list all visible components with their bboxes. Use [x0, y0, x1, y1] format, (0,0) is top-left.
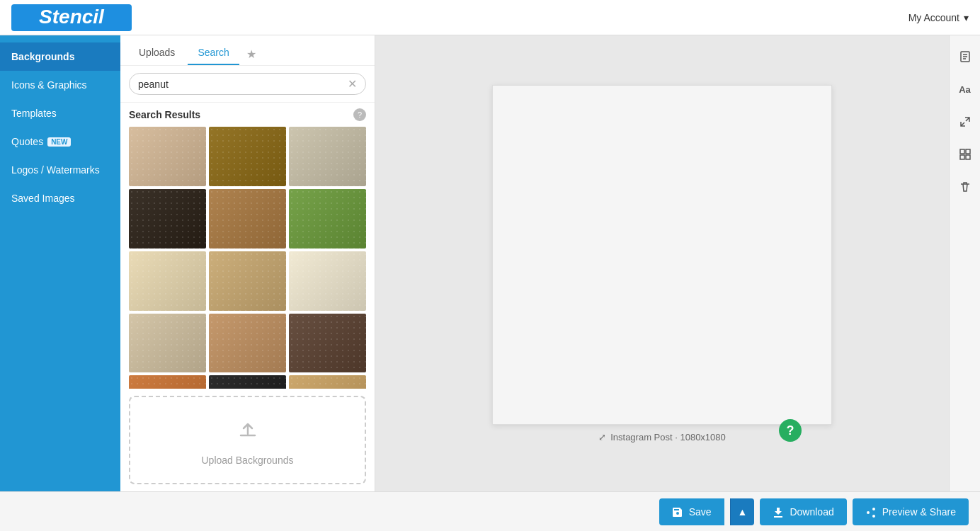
canvas-expand-icon: ⤢ [598, 432, 606, 442]
sidebar-item-label: Saved Images [11, 193, 75, 204]
grid-image[interactable] [129, 314, 206, 373]
upload-label: Upload Backgrounds [147, 455, 348, 466]
results-help-icon[interactable]: ? [353, 108, 366, 121]
star-icon[interactable]: ★ [246, 47, 256, 61]
sidebar-item-label: Templates [11, 108, 57, 119]
panel-tabs: UploadsSearch ★ [120, 35, 375, 66]
search-input[interactable] [138, 79, 348, 90]
text-icon[interactable]: Aa [955, 79, 975, 99]
grid-image[interactable] [289, 127, 366, 186]
sidebar-item-label: Backgrounds [11, 51, 74, 62]
top-bar: Stencil My Account ▾ [0, 0, 980, 35]
app-logo: Stencil [11, 4, 132, 31]
save-label: Save [689, 506, 712, 518]
my-account-label: My Account [908, 12, 959, 23]
grid-image[interactable] [209, 375, 286, 389]
sidebar-item-quotes[interactable]: QuotesNEW [0, 127, 120, 156]
grid-image[interactable] [289, 189, 366, 249]
my-account-button[interactable]: My Account ▾ [908, 12, 969, 23]
main-layout: BackgroundsIcons & GraphicsTemplatesQuot… [0, 35, 980, 491]
upload-icon [147, 414, 348, 449]
search-input-wrap: ✕ [129, 73, 366, 95]
search-bar: ✕ [120, 66, 375, 103]
grid-image[interactable] [289, 314, 366, 373]
sidebar-item-label: Icons & Graphics [11, 79, 87, 91]
clear-search-button[interactable]: ✕ [348, 77, 357, 91]
download-label: Download [790, 506, 833, 518]
grid-image[interactable] [129, 375, 206, 389]
grid-image[interactable] [209, 189, 286, 249]
grid-image[interactable] [129, 127, 206, 186]
search-panel: UploadsSearch ★ ✕ Search Results ? [120, 35, 375, 491]
grid-image[interactable] [289, 251, 366, 311]
grid-image[interactable] [209, 251, 286, 311]
resize-icon[interactable] [955, 112, 975, 132]
document-icon[interactable] [955, 47, 975, 67]
results-title: Search Results [129, 109, 200, 120]
right-toolbar: Aa [949, 35, 980, 491]
grid-image[interactable] [129, 251, 206, 311]
sidebar-item-templates[interactable]: Templates [0, 99, 120, 127]
preview-share-label: Preview & Share [882, 506, 956, 518]
sidebar-item-logos-watermarks[interactable]: Logos / Watermarks [0, 156, 120, 184]
canvas-size-label: Instagram Post · 1080x1080 [610, 432, 726, 442]
grid-image[interactable] [209, 314, 286, 373]
sidebar: BackgroundsIcons & GraphicsTemplatesQuot… [0, 35, 120, 491]
svg-rect-6 [960, 155, 964, 159]
delete-icon[interactable] [955, 177, 975, 197]
grid-image[interactable] [129, 189, 206, 249]
grid-image[interactable] [209, 127, 286, 186]
download-button[interactable]: Download [760, 498, 846, 525]
sidebar-item-saved-images[interactable]: Saved Images [0, 184, 120, 212]
svg-rect-4 [960, 149, 964, 154]
sidebar-item-icons-graphics[interactable]: Icons & Graphics [0, 71, 120, 99]
image-grid-container [120, 127, 375, 389]
results-header: Search Results ? [120, 103, 375, 127]
chevron-down-icon: ▾ [964, 12, 969, 23]
grid-image[interactable] [289, 375, 366, 389]
upload-area[interactable]: Upload Backgrounds [129, 396, 366, 484]
tab-uploads[interactable]: Uploads [129, 42, 185, 65]
svg-rect-5 [966, 149, 970, 154]
save-arrow-button[interactable]: ▲ [730, 498, 755, 525]
svg-rect-7 [966, 155, 970, 159]
image-grid [129, 127, 366, 389]
sidebar-item-backgrounds[interactable]: Backgrounds [0, 42, 120, 71]
tab-search[interactable]: Search [188, 42, 239, 65]
new-badge: NEW [47, 137, 71, 147]
preview-share-button[interactable]: Preview & Share [853, 498, 969, 525]
canvas-label: ⤢ Instagram Post · 1080x1080 [598, 432, 726, 442]
save-button[interactable]: Save [659, 498, 724, 525]
help-float-button[interactable]: ? [779, 419, 802, 442]
grid-icon[interactable] [955, 144, 975, 164]
sidebar-item-label: Logos / Watermarks [11, 164, 100, 176]
sidebar-item-label: Quotes [11, 136, 43, 147]
bottom-bar: Save ▲ Download Preview & Share [0, 491, 980, 531]
canvas-area: ⤢ Instagram Post · 1080x1080 ? [375, 35, 949, 491]
canvas-box[interactable] [492, 85, 832, 425]
